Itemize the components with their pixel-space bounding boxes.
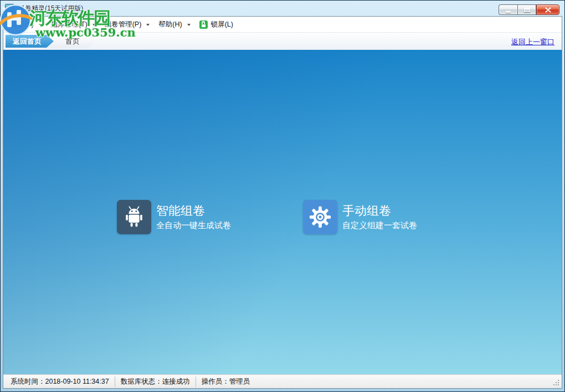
feature-title: 智能组卷 xyxy=(156,203,231,219)
minimize-icon xyxy=(506,11,511,13)
status-db-status: 数据库状态：连接成功 xyxy=(115,376,196,387)
status-system-time: 系统时间：2018-09-10 11:34:37 xyxy=(3,376,115,387)
menu-question-bank-label: 题库管理(T) xyxy=(51,20,88,29)
manual-paper-button[interactable]: 手动组卷 自定义组建一套试卷 xyxy=(303,200,417,234)
chevron-down-icon xyxy=(187,24,191,28)
window-controls xyxy=(499,4,559,15)
menu-question-bank[interactable]: 题库管理(T) xyxy=(51,20,96,29)
close-button[interactable] xyxy=(536,4,559,15)
minimize-button[interactable] xyxy=(499,4,517,15)
status-operator: 操作员：管理员 xyxy=(196,376,256,387)
back-home-button[interactable]: 返回首页 xyxy=(6,35,54,48)
menu-lock-screen[interactable]: 锁屏(L) xyxy=(199,20,233,29)
window-title: 组卷精灵(15天试用版) xyxy=(18,4,83,13)
app-icon xyxy=(5,4,14,13)
close-icon xyxy=(545,7,551,13)
titlebar[interactable]: 组卷精灵(15天试用版) xyxy=(1,1,564,16)
resize-grip[interactable] xyxy=(558,384,559,385)
menu-paper-management[interactable]: 组卷管理(P) xyxy=(105,20,150,29)
feature-text: 手动组卷 自定义组建一套试卷 xyxy=(342,203,417,231)
chevron-down-icon xyxy=(146,24,150,28)
chevron-down-icon xyxy=(93,24,96,28)
menu-paper-management-label: 组卷管理(P) xyxy=(105,20,142,29)
client-area: 设置(S) 题库管理(T) 组卷管理(P) 帮助(H) 锁屏(L) 返回首页 xyxy=(3,16,562,389)
feature-text: 智能组卷 全自动一键生成试卷 xyxy=(156,203,231,231)
main-area: 智能组卷 全自动一键生成试卷 xyxy=(3,50,562,374)
maximize-button[interactable] xyxy=(517,4,536,15)
app-window: 组卷精灵(15天试用版) 设置(S) 题库管理(T) xyxy=(0,0,565,392)
feature-subtitle: 自定义组建一套试卷 xyxy=(342,220,417,231)
menu-settings-label: 设置(S) xyxy=(11,20,34,29)
menu-lock-screen-label: 锁屏(L) xyxy=(211,20,233,29)
menu-settings[interactable]: 设置(S) xyxy=(11,20,42,29)
status-bar: 系统时间：2018-09-10 11:34:37 数据库状态：连接成功 操作员：… xyxy=(3,374,562,388)
feature-subtitle: 全自动一键生成试卷 xyxy=(156,220,231,231)
menu-help[interactable]: 帮助(H) xyxy=(158,20,190,29)
gear-icon xyxy=(303,200,337,234)
chevron-down-icon xyxy=(39,24,42,28)
back-previous-window-link[interactable]: 返回上一窗口 xyxy=(511,37,554,47)
android-icon xyxy=(117,200,151,234)
smart-paper-button[interactable]: 智能组卷 全自动一键生成试卷 xyxy=(117,200,231,234)
menu-help-label: 帮助(H) xyxy=(158,20,182,29)
breadcrumb-bar: 返回首页 首页 返回上一窗口 xyxy=(3,33,562,50)
maximize-icon xyxy=(524,8,530,12)
menu-bar: 设置(S) 题库管理(T) 组卷管理(P) 帮助(H) 锁屏(L) xyxy=(3,17,562,33)
feature-title: 手动组卷 xyxy=(342,203,417,219)
lock-icon xyxy=(199,20,208,29)
